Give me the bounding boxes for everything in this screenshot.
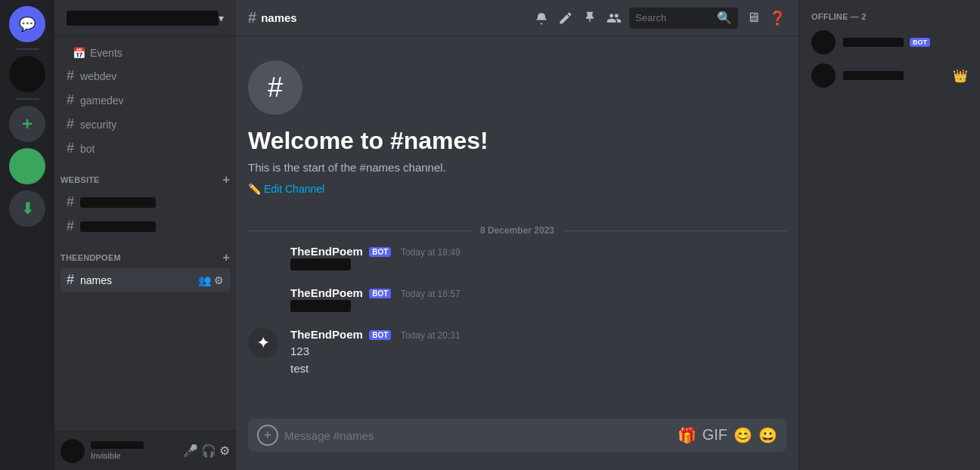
- hash-icon: #: [67, 272, 74, 288]
- channel-item-names[interactable]: # names 👥 ⚙: [60, 268, 230, 292]
- events-icon: 📅: [73, 47, 85, 59]
- hash-icon: #: [67, 116, 74, 132]
- channel-item-gamedev[interactable]: # gamedev: [60, 88, 230, 112]
- msg-content-1: [248, 258, 786, 274]
- date-divider: 8 December 2023: [248, 213, 786, 242]
- add-channel-website-button[interactable]: +: [222, 173, 230, 187]
- manage-members-icon[interactable]: 👥: [198, 274, 211, 286]
- bot-badge-3: BOT: [369, 330, 391, 340]
- members-icon[interactable]: [605, 9, 623, 27]
- hash-icon: #: [67, 92, 74, 108]
- server-separator: [15, 48, 39, 50]
- headset-icon[interactable]: 🎧: [201, 444, 216, 458]
- channel-item-bot[interactable]: # bot: [60, 137, 230, 160]
- mute-icon[interactable]: 🎤: [183, 444, 198, 458]
- user-settings-icon[interactable]: ⚙: [219, 444, 230, 458]
- topbar-channel: # names: [248, 9, 297, 26]
- gift-icon[interactable]: 🎁: [678, 426, 696, 444]
- bot-badge-1: BOT: [369, 247, 391, 257]
- channel-list: 📅 Events # webdev # gamedev # security #…: [54, 36, 236, 431]
- server-icon-green[interactable]: [9, 148, 45, 184]
- msg-content-3: 123: [290, 343, 786, 359]
- pin-icon[interactable]: [581, 9, 599, 27]
- channel-item-w2[interactable]: #: [60, 215, 230, 238]
- events-item[interactable]: 📅 Events: [60, 42, 230, 63]
- download-icon[interactable]: ⬇: [9, 190, 45, 227]
- topbar: # names 🔍 🖥 ❓: [236, 0, 799, 36]
- user-info: Invisible: [91, 441, 177, 460]
- redacted-message-2: [290, 300, 351, 312]
- welcome-subtitle: This is the start of the #names channel.: [248, 161, 786, 174]
- inbox-icon[interactable]: 🖥: [744, 9, 762, 27]
- member-avatar-1: [811, 30, 836, 54]
- channel-name-webdev: webdev: [80, 70, 224, 82]
- msg-timestamp-2: Today at 18:57: [401, 289, 461, 299]
- message-header-2: TheEndPoem BOT Today at 18:57: [248, 286, 786, 300]
- server-icon-1[interactable]: [9, 56, 45, 92]
- user-area: Invisible 🎤 🎧 ⚙: [54, 431, 236, 470]
- edit-channel-link[interactable]: ✏️ Edit Channel: [248, 183, 786, 195]
- edit-channel-label: Edit Channel: [264, 183, 324, 195]
- channel-name-names: names: [80, 274, 194, 286]
- msg-body-3: TheEndPoem BOT Today at 20:31 123 test: [290, 328, 786, 376]
- user-status: Invisible: [91, 451, 177, 460]
- search-icon: 🔍: [717, 11, 732, 25]
- channel-name-security: security: [80, 119, 224, 131]
- welcome-title: Welcome to #names!: [248, 127, 786, 155]
- topbar-icons: 🔍 🖥 ❓: [532, 8, 786, 29]
- add-channel-theendpoem-button[interactable]: +: [222, 251, 230, 264]
- message-group-3: ✦ TheEndPoem BOT Today at 20:31 123 test: [248, 325, 786, 382]
- edit-icon[interactable]: [557, 9, 575, 27]
- gif-icon[interactable]: GIF: [702, 426, 727, 444]
- chevron-down-icon: ▾: [219, 12, 224, 24]
- member-item-1[interactable]: BOT: [811, 27, 968, 57]
- category-theendpoem[interactable]: THEENDPOEM +: [54, 239, 236, 267]
- msg-timestamp-1: Today at 18:49: [401, 247, 461, 258]
- settings-icon[interactable]: ⚙: [214, 274, 224, 286]
- crown-icon: 👑: [953, 69, 968, 83]
- message-header-1: TheEndPoem BOT Today at 18:49: [248, 245, 786, 258]
- help-icon[interactable]: ❓: [768, 9, 786, 27]
- member-info-1: BOT: [843, 38, 968, 47]
- server-list: 💬 + ⬇: [0, 0, 54, 470]
- member-item-2[interactable]: 👑: [811, 60, 968, 91]
- message-input[interactable]: [284, 429, 671, 442]
- message-group-1: TheEndPoem BOT Today at 18:49: [248, 242, 786, 277]
- member-name-row-1: BOT: [843, 38, 968, 47]
- msg-content-2: [248, 300, 786, 316]
- welcome-section: # Welcome to #names! This is the start o…: [248, 36, 786, 213]
- user-name: [91, 441, 144, 449]
- channel-item-w1[interactable]: #: [60, 190, 230, 214]
- server-header[interactable]: ▾: [54, 0, 236, 36]
- member-bot-badge-1: BOT: [910, 38, 930, 47]
- channel-item-icons: 👥 ⚙: [198, 274, 224, 286]
- main-area: # names 🔍 🖥 ❓ #: [236, 0, 799, 470]
- channel-name-gamedev: gamedev: [80, 94, 224, 107]
- input-icons: 🎁 GIF 😊 😀: [678, 426, 777, 444]
- msg-timestamp-3: Today at 20:31: [401, 330, 461, 341]
- redacted-message-1: [290, 258, 351, 271]
- search-bar[interactable]: 🔍: [629, 8, 738, 29]
- search-input[interactable]: [635, 12, 717, 23]
- events-label: Events: [90, 47, 122, 59]
- channel-name-bot: bot: [80, 143, 224, 155]
- msg-author-1: TheEndPoem: [290, 245, 363, 258]
- channel-item-webdev[interactable]: # webdev: [60, 64, 230, 88]
- discord-icon[interactable]: 💬: [9, 6, 45, 42]
- message-input-area: + 🎁 GIF 😊 😀: [236, 419, 799, 470]
- msg-author-3: TheEndPoem: [290, 328, 363, 341]
- pencil-icon: ✏️: [248, 183, 261, 195]
- topbar-hash-icon: #: [248, 9, 256, 26]
- add-server-button[interactable]: +: [9, 106, 45, 142]
- member-avatar-2: [811, 63, 836, 88]
- right-sidebar: OFFLINE — 2 BOT 👑: [799, 0, 980, 470]
- add-attachment-button[interactable]: +: [257, 425, 278, 446]
- category-website[interactable]: WEBSITE +: [54, 161, 236, 190]
- server-separator-2: [15, 98, 39, 100]
- message-input-box: + 🎁 GIF 😊 😀: [248, 419, 786, 452]
- emoji-icon[interactable]: 😀: [758, 426, 777, 444]
- channel-item-security[interactable]: # security: [60, 113, 230, 136]
- sticker-icon[interactable]: 😊: [733, 426, 752, 444]
- notifications-icon[interactable]: [532, 9, 550, 27]
- msg-content-3b: test: [290, 360, 786, 376]
